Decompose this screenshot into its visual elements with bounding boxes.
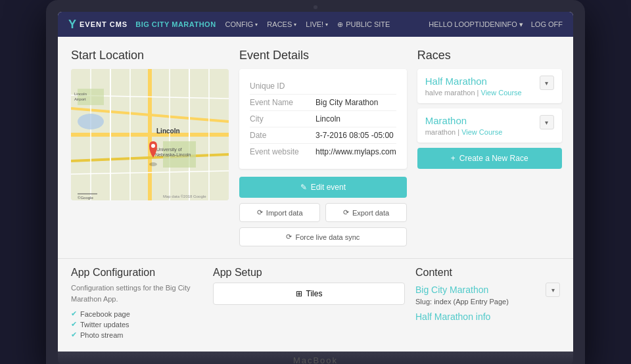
check-icon: ✔	[71, 309, 77, 318]
grid-icon: ⊞	[296, 289, 302, 298]
svg-text:Nebraska-Lincoln: Nebraska-Lincoln	[155, 152, 191, 157]
svg-text:Map data ©2018 Google: Map data ©2018 Google	[163, 194, 206, 198]
website-value: http://www.mylaps.com	[316, 147, 396, 156]
app-config-title: App Configuration	[71, 267, 202, 279]
marathon-dropdown-button[interactable]: ▾	[540, 115, 554, 129]
plus-icon: +	[451, 154, 456, 163]
race-name-marathon: Marathon	[425, 115, 503, 126]
content-item-header: Big City Marathon ▾	[415, 283, 560, 297]
website-label: Event website	[250, 147, 316, 156]
pencil-icon: ✎	[300, 183, 307, 192]
list-item-photo: ✔ Photo stream	[71, 330, 202, 339]
nav-logoff-button[interactable]: LOG OFF	[531, 20, 563, 28]
nav-public-site[interactable]: ⊕ PUBLIC SITE	[337, 20, 390, 29]
content-item-half-marathon-info: Half Marathon info	[415, 311, 560, 323]
races-title: Races	[417, 49, 562, 62]
content-link-half-marathon[interactable]: Half Marathon info	[415, 311, 490, 322]
laptop-brand: MacBook	[293, 355, 338, 365]
content-link-big-city[interactable]: Big City Marathon	[415, 284, 488, 295]
app-config-desc: Configuration settings for the Big City …	[71, 283, 202, 304]
laptop-base: MacBook	[58, 352, 573, 364]
nav-user[interactable]: HELLO LOOPTIJDENINFO ▾	[429, 20, 523, 29]
half-marathon-dropdown-button[interactable]: ▾	[540, 76, 554, 90]
list-item-facebook: ✔ Facebook page	[71, 309, 202, 318]
sync-icon: ⟳	[286, 233, 292, 241]
chevron-down-icon: ▾	[255, 22, 258, 28]
content-dropdown-button[interactable]: ▾	[546, 283, 560, 297]
race-name-half-marathon: Half Marathon	[425, 76, 522, 87]
detail-row-website: Event website http://www.mylaps.com	[250, 144, 396, 160]
svg-text:Lincoln: Lincoln	[74, 92, 87, 96]
start-location-title: Start Location	[71, 49, 229, 62]
edit-event-button[interactable]: ✎ Edit event	[239, 177, 407, 198]
main-content: Start Location	[58, 37, 573, 258]
event-name-value: Big City Marathon	[316, 98, 378, 107]
chevron-down-icon: ▾	[545, 80, 548, 87]
app-config-list: ✔ Facebook page ✔ Twitter updates ✔ Phot…	[71, 309, 202, 339]
svg-point-22	[151, 144, 155, 148]
race-meta-marathon: marathon | View Course	[425, 128, 503, 136]
middle-column: Event Details Unique ID Event Name Big C…	[239, 49, 407, 246]
bottom-section: App Configuration Configuration settings…	[58, 258, 573, 352]
logo-icon: Y	[68, 18, 76, 32]
unique-id-label: Unique ID	[250, 81, 316, 91]
content-slug-big-city: Slug: index (App Entry Page)	[415, 298, 560, 306]
list-item-twitter: ✔ Twitter updates	[71, 320, 202, 329]
chevron-down-icon: ▾	[325, 22, 328, 28]
svg-text:University of: University of	[156, 147, 182, 152]
race-info: Marathon marathon | View Course	[425, 115, 503, 136]
nav-logo: Y EVENT CMS	[68, 18, 128, 32]
detail-row-date: Date 3-7-2016 08:05 -05:00	[250, 127, 396, 144]
nav-config[interactable]: CONFIG ▾	[225, 20, 258, 28]
nav-event-name[interactable]: BIG CITY MARATHON	[135, 20, 216, 28]
app-config-section: App Configuration Configuration settings…	[71, 267, 202, 341]
tiles-button[interactable]: ⊞ Tiles	[213, 283, 405, 305]
race-info: Half Marathon halve marathon | View Cour…	[425, 76, 522, 97]
chevron-down-icon: ▾	[545, 119, 548, 126]
date-value: 3-7-2016 08:05 -05:00	[316, 131, 394, 140]
event-name-label: Event Name	[250, 98, 316, 107]
export-icon: ⟳	[343, 208, 349, 217]
view-course-link-half[interactable]: View Course	[481, 89, 522, 97]
detail-row-unique-id: Unique ID	[250, 78, 396, 95]
create-race-button[interactable]: + Create a New Race	[417, 148, 562, 169]
view-course-link-marathon[interactable]: View Course	[461, 128, 502, 136]
event-details-card: Unique ID Event Name Big City Marathon C…	[239, 69, 407, 169]
race-item-marathon: Marathon marathon | View Course ▾	[417, 108, 562, 143]
left-column: Start Location	[71, 49, 229, 246]
nav-live[interactable]: LIVE! ▾	[306, 20, 328, 28]
globe-icon: ⊕	[337, 20, 343, 29]
chevron-down-icon: ▾	[519, 20, 523, 29]
nav-races[interactable]: RACES ▾	[267, 20, 296, 28]
import-export-row: ⟳ Import data ⟳ Export data	[239, 203, 407, 222]
app-setup-title: App Setup	[213, 267, 405, 279]
svg-point-21	[149, 162, 157, 166]
svg-text:Lincoln: Lincoln	[156, 127, 180, 135]
date-label: Date	[250, 131, 316, 140]
check-icon: ✔	[71, 330, 77, 339]
svg-text:©Google: ©Google	[78, 196, 93, 200]
import-data-button[interactable]: ⟳ Import data	[239, 203, 320, 222]
app-setup-section: App Setup ⊞ Tiles	[213, 267, 405, 341]
city-value: Lincoln	[316, 114, 340, 124]
content-section: Content Big City Marathon ▾ Slug: index …	[415, 267, 560, 341]
svg-text:Airport: Airport	[74, 97, 86, 101]
map-container: Lincoln University of Nebraska-Lincoln L…	[71, 69, 229, 200]
navbar: Y EVENT CMS BIG CITY MARATHON CONFIG ▾ R…	[58, 12, 573, 37]
force-sync-button[interactable]: ⟳ Force live data sync	[239, 227, 407, 246]
city-label: City	[250, 114, 316, 124]
right-column: Races Half Marathon halve marathon | Vie…	[417, 49, 562, 246]
race-item-half-marathon: Half Marathon halve marathon | View Cour…	[417, 69, 562, 103]
import-icon: ⟳	[257, 208, 263, 217]
content-title: Content	[415, 267, 560, 279]
nav-right: HELLO LOOPTIJDENINFO ▾ LOG OFF	[429, 20, 563, 29]
svg-point-15	[78, 114, 104, 129]
race-meta-half-marathon: halve marathon | View Course	[425, 89, 522, 97]
nav-brand: EVENT CMS	[80, 20, 128, 28]
chevron-down-icon: ▾	[551, 286, 555, 294]
detail-row-city: City Lincoln	[250, 111, 396, 127]
event-details-title: Event Details	[239, 49, 407, 62]
content-item-big-city: Big City Marathon ▾ Slug: index (App Ent…	[415, 283, 560, 306]
export-data-button[interactable]: ⟳ Export data	[325, 203, 406, 222]
check-icon: ✔	[71, 320, 77, 329]
